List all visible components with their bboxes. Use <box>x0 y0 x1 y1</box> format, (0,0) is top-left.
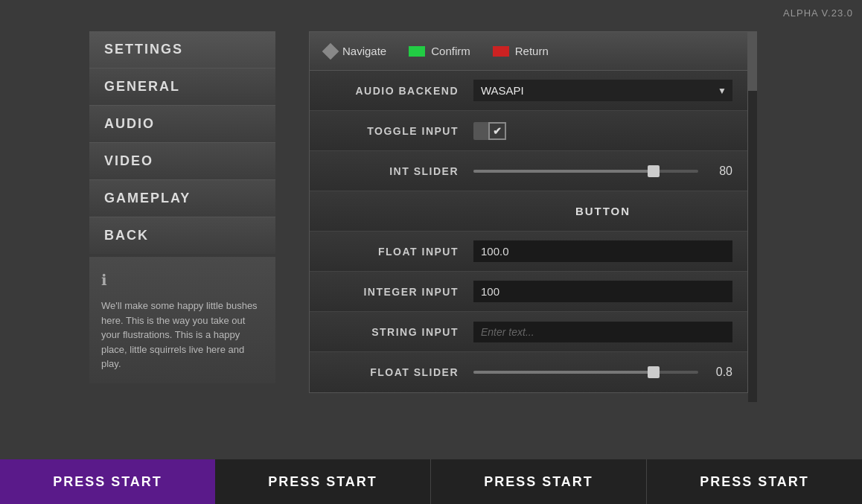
confirm-label: Confirm <box>431 45 470 57</box>
return-label: Return <box>515 45 549 57</box>
toggle-input-value: ✔ <box>473 122 732 140</box>
string-input-label: STRING INPUT <box>325 326 473 338</box>
float-input-label: FLOAT INPUT <box>325 246 473 258</box>
scrollbar-thumb[interactable] <box>748 31 757 91</box>
row-toggle-input: TOGGLE INPUT ✔ <box>310 111 747 151</box>
sidebar: SETTINGS GENERAL AUDIO VIDEO GAMEPLAY BA… <box>89 31 275 383</box>
row-int-slider: INT SLIDER 80 <box>310 151 747 191</box>
scrollbar[interactable] <box>748 31 757 402</box>
press-start-button-1[interactable]: PRESS START <box>0 459 215 504</box>
audio-backend-select[interactable]: WASAPI DirectSound ASIO <box>473 80 732 101</box>
sidebar-item-video[interactable]: VIDEO <box>89 143 275 180</box>
info-box: ℹ We'll make some happy little bushes he… <box>89 257 275 383</box>
return-button[interactable]: Return <box>493 45 549 57</box>
press-start-button-3[interactable]: PRESS START <box>431 459 647 504</box>
integer-input-label: INTEGER INPUT <box>325 286 473 298</box>
string-input-field[interactable] <box>473 322 732 342</box>
audio-backend-value: WASAPI DirectSound ASIO <box>473 80 732 101</box>
press-start-button-2[interactable]: PRESS START <box>215 459 431 504</box>
info-icon: ℹ <box>101 269 264 291</box>
toggle-wrap[interactable]: ✔ <box>473 122 506 140</box>
float-slider-label: FLOAT SLIDER <box>325 366 473 378</box>
toggle-track: ✔ <box>473 122 506 140</box>
float-slider-fill <box>473 371 654 374</box>
sidebar-item-general[interactable]: GENERAL <box>89 68 275 106</box>
audio-backend-dropdown-wrap: WASAPI DirectSound ASIO <box>473 80 732 101</box>
navigate-button[interactable]: Navigate <box>325 45 386 57</box>
settings-panel: Navigate Confirm Return AUDIO BACKEND WA… <box>309 31 748 393</box>
row-button: BUTTON <box>310 191 747 232</box>
integer-input-display: 100 <box>473 281 732 302</box>
float-slider-display: 0.8 <box>706 366 732 379</box>
float-slider-wrap: 0.8 <box>473 366 732 379</box>
audio-backend-label: AUDIO BACKEND <box>325 85 473 97</box>
int-slider-display: 80 <box>706 165 732 178</box>
version-label: ALPHA V.23.0 <box>783 7 853 19</box>
button-value: BUTTON <box>473 205 732 217</box>
int-slider-wrap: 80 <box>473 165 732 178</box>
float-input-display: 100.0 <box>473 240 732 262</box>
integer-input-value: 100 <box>473 281 732 302</box>
toggle-thumb: ✔ <box>488 122 506 140</box>
float-slider-value: 0.8 <box>473 366 732 379</box>
confirm-button[interactable]: Confirm <box>409 45 470 57</box>
string-input-value <box>473 322 732 342</box>
info-text: We'll make some happy little bushes here… <box>101 300 258 369</box>
int-slider-fill <box>473 170 654 173</box>
row-float-slider: FLOAT SLIDER 0.8 <box>310 352 747 392</box>
navigate-label: Navigate <box>342 45 386 57</box>
sidebar-item-audio[interactable]: AUDIO <box>89 106 275 143</box>
red-icon <box>493 46 509 57</box>
int-slider-label: INT SLIDER <box>325 165 473 177</box>
float-slider-thumb[interactable] <box>648 366 660 378</box>
press-start-button-4[interactable]: PRESS START <box>647 459 862 504</box>
panel-header: Navigate Confirm Return <box>310 32 747 71</box>
diamond-icon <box>322 42 339 60</box>
sidebar-item-settings[interactable]: SETTINGS <box>89 31 275 68</box>
row-string-input: STRING INPUT <box>310 312 747 352</box>
int-slider-track[interactable] <box>473 170 698 173</box>
float-slider-track[interactable] <box>473 371 698 374</box>
check-mark: ✔ <box>493 125 502 137</box>
bottom-bar: PRESS START PRESS START PRESS START PRES… <box>0 459 862 504</box>
float-input-value: 100.0 <box>473 240 732 262</box>
row-integer-input: INTEGER INPUT 100 <box>310 272 747 312</box>
row-audio-backend: AUDIO BACKEND WASAPI DirectSound ASIO <box>310 71 747 111</box>
int-slider-value: 80 <box>473 165 732 178</box>
sidebar-item-gameplay[interactable]: GAMEPLAY <box>89 180 275 217</box>
row-float-input: FLOAT INPUT 100.0 <box>310 232 747 272</box>
action-button[interactable]: BUTTON <box>473 205 732 217</box>
toggle-input-label: TOGGLE INPUT <box>325 125 473 137</box>
sidebar-item-back[interactable]: BACK <box>89 217 275 254</box>
green-icon <box>409 46 425 57</box>
int-slider-thumb[interactable] <box>648 165 660 177</box>
